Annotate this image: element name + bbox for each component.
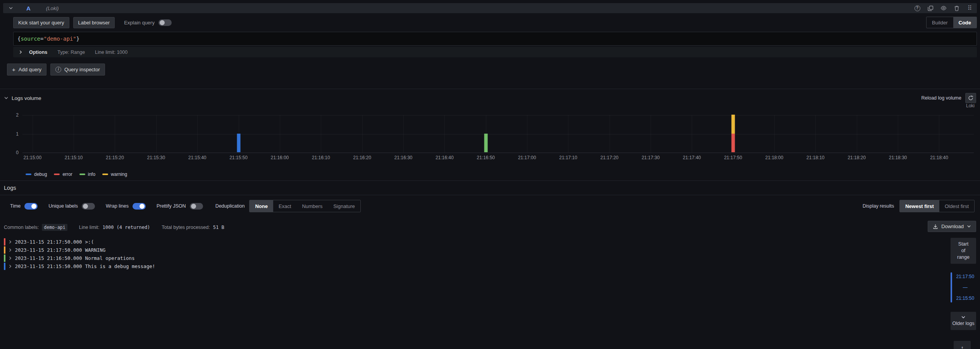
- query-toolbar: Kick start your query Label browser Expl…: [13, 17, 977, 28]
- x-tick-21-16-20: 21:16:20: [353, 155, 371, 160]
- query-editor-card: A (Loki) ? ⠿ Kick start your query Label…: [3, 3, 977, 76]
- reload-log-volume-label[interactable]: Reload log volume: [921, 95, 961, 101]
- chevron-down-icon: [961, 315, 966, 320]
- order-newest-first[interactable]: Newest first: [900, 200, 939, 212]
- range-indicator: 21:17:50 — 21:15:50: [951, 272, 976, 303]
- range-indicator-bar: [951, 272, 952, 303]
- prettify-json-label: Prettify JSON: [157, 203, 186, 209]
- download-icon: [933, 224, 938, 229]
- log-level-bar-info: [4, 254, 5, 262]
- add-query-button[interactable]: + Add query: [7, 64, 47, 76]
- deduplication-label: Deduplication: [215, 203, 245, 209]
- legend-item-error[interactable]: error: [54, 172, 72, 177]
- query-inspector-button[interactable]: i Query inspector: [50, 64, 105, 76]
- query-options-row[interactable]: Options Type: Range Line limit: 1000: [13, 47, 977, 57]
- eye-icon[interactable]: [940, 5, 947, 11]
- legend-item-info[interactable]: info: [79, 172, 95, 177]
- log-level-bar-warning: [4, 246, 5, 254]
- query-actions: + Add query i Query inspector: [7, 64, 977, 76]
- gridline-x: [197, 115, 198, 153]
- x-tick-21-17-10: 21:17:10: [559, 155, 577, 160]
- legend-swatch-info: [79, 174, 85, 175]
- log-timestamp: 2023-11-15 21:17:50.000: [15, 239, 82, 245]
- wrap-lines-toggle[interactable]: [133, 203, 146, 210]
- label-browser-button[interactable]: Label browser: [73, 17, 115, 28]
- logs-title: Logs: [0, 181, 980, 192]
- x-tick-21-17-00: 21:17:00: [518, 155, 536, 160]
- log-message: Normal operations: [85, 255, 135, 261]
- range-from: 21:17:50: [956, 274, 974, 279]
- gridline-x: [156, 115, 157, 153]
- scroll-to-top-button[interactable]: ↑: [954, 341, 971, 349]
- x-tick-21-16-10: 21:16:10: [312, 155, 330, 160]
- time-toggle[interactable]: [24, 203, 38, 210]
- toggle-item-time: Time: [10, 203, 38, 210]
- help-icon[interactable]: ?: [914, 5, 920, 11]
- prettify-json-toggle[interactable]: [190, 203, 203, 210]
- legend-label-warning: warning: [111, 172, 127, 177]
- datasource-name: (Loki): [46, 5, 59, 11]
- unique-labels-toggle[interactable]: [82, 203, 95, 210]
- dedup-signature[interactable]: Signature: [328, 200, 360, 212]
- arrow-up-icon: ↑: [961, 345, 964, 349]
- logs-panel: Logs TimeUnique labelsWrap linesPrettify…: [0, 181, 980, 349]
- download-button[interactable]: Download: [928, 221, 976, 232]
- bar-segment-warning: [731, 115, 735, 134]
- dedup-none[interactable]: None: [250, 200, 273, 212]
- x-tick-21-15-30: 21:15:30: [147, 155, 165, 160]
- log-row-info[interactable]: 2023-11-15 21:16:50.000Normal operations: [4, 254, 945, 262]
- refresh-icon: [968, 95, 973, 101]
- logs-meta-bar: Common labels: demo-api Line limit: 1000…: [4, 222, 980, 233]
- log-row-warning[interactable]: 2023-11-15 21:17:50.000WARNING: [4, 246, 945, 254]
- x-tick-21-18-10: 21:18:10: [806, 155, 825, 160]
- log-rows-list: 2023-11-15 21:17:50.000>:(2023-11-15 21:…: [4, 238, 945, 270]
- drag-handle-icon[interactable]: ⠿: [967, 5, 973, 11]
- gridline-x: [74, 115, 74, 153]
- older-logs-button[interactable]: Older logs: [951, 312, 976, 330]
- trash-icon[interactable]: [954, 5, 960, 11]
- chevron-down-icon: [4, 96, 9, 100]
- y-tick-0: 0: [16, 150, 19, 155]
- log-timestamp: 2023-11-15 21:15:50.000: [15, 263, 82, 269]
- bar-21-15-50: [237, 134, 240, 153]
- dedup-numbers[interactable]: Numbers: [296, 200, 328, 212]
- log-row-error[interactable]: 2023-11-15 21:17:50.000>:(: [4, 238, 945, 246]
- mode-code[interactable]: Code: [953, 17, 977, 28]
- x-tick-21-18-00: 21:18:00: [765, 155, 784, 160]
- legend-swatch-error: [54, 174, 60, 175]
- x-tick-21-17-50: 21:17:50: [724, 155, 742, 160]
- query-input[interactable]: {source="demo-api"}: [13, 32, 977, 46]
- legend-label-info: info: [88, 172, 95, 177]
- expand-chevron-icon: [8, 256, 12, 260]
- x-tick-21-15-10: 21:15:10: [65, 155, 83, 160]
- kick-start-query-button[interactable]: Kick start your query: [13, 17, 69, 28]
- x-tick-21-15-50: 21:15:50: [229, 155, 248, 160]
- logs-volume-chart: 012 21:15:0021:15:1021:15:2021:15:3021:1…: [4, 110, 976, 169]
- log-level-bar-error: [4, 238, 5, 246]
- bar-21-16-50: [484, 134, 487, 153]
- logs-controls-bar: TimeUnique labelsWrap linesPrettify JSON…: [0, 195, 980, 217]
- explain-query-toggle[interactable]: [158, 19, 172, 26]
- copy-icon[interactable]: [927, 5, 933, 11]
- x-tick-21-17-20: 21:17:20: [600, 155, 618, 160]
- bar-segment-debug: [237, 134, 240, 153]
- order-oldest-first[interactable]: Oldest first: [939, 200, 974, 212]
- reload-log-volume-button[interactable]: [965, 93, 976, 103]
- chart-x-axis: 21:15:0021:15:1021:15:2021:15:3021:15:40…: [22, 155, 974, 162]
- x-tick-21-16-50: 21:16:50: [477, 155, 495, 160]
- mode-builder[interactable]: Builder: [927, 17, 953, 28]
- legend-item-debug[interactable]: debug: [26, 172, 47, 177]
- legend-item-warning[interactable]: warning: [102, 172, 127, 177]
- options-type: Type: Range: [57, 50, 85, 55]
- log-timestamp: 2023-11-15 21:16:50.000: [15, 255, 82, 261]
- common-labels-label: Common labels:: [4, 225, 39, 230]
- explain-query-label: Explain query: [124, 20, 155, 26]
- query-row-header[interactable]: A (Loki) ? ⠿: [3, 3, 977, 13]
- logs-volume-header[interactable]: Logs volume Reload log volume: [4, 93, 976, 103]
- log-row-debug[interactable]: 2023-11-15 21:15:50.000This is a debug m…: [4, 262, 945, 270]
- info-icon: i: [55, 67, 61, 72]
- y-tick-2: 2: [16, 112, 19, 118]
- toggle-item-prettify-json: Prettify JSON: [157, 203, 203, 210]
- x-tick-21-17-30: 21:17:30: [642, 155, 660, 160]
- dedup-exact[interactable]: Exact: [273, 200, 297, 212]
